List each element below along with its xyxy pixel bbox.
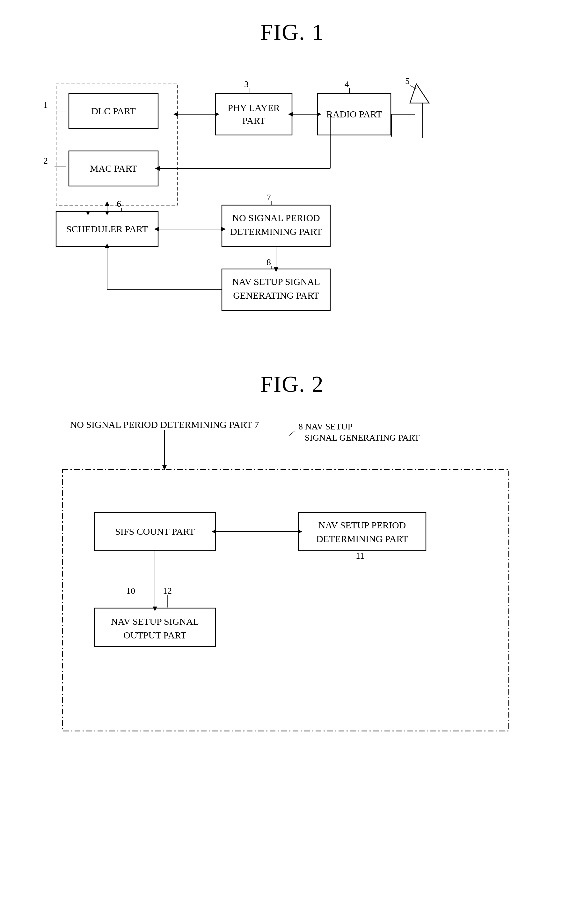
fig2-no-signal-label: NO SIGNAL PERIOD DETERMINING PART 7 [70, 419, 259, 430]
dlc-part-label: DLC PART [91, 106, 136, 116]
ref10-label: 10 [126, 586, 135, 596]
ref6-label: 6 [117, 199, 121, 209]
ref1-label: 1 [43, 100, 48, 110]
nav-setup-period-label2: DETERMINING PART [316, 533, 408, 544]
fig2-ref8-label: 8 NAV SETUP [298, 421, 352, 431]
svg-rect-55 [94, 608, 216, 647]
svg-marker-14 [173, 112, 178, 116]
svg-rect-34 [222, 269, 330, 310]
nav-setup-period-label: NAV SETUP PERIOD [319, 520, 406, 530]
nav-setup-gen-label: NAV SETUP SIGNAL [232, 276, 320, 287]
ref5-label: 5 [405, 76, 410, 86]
phy-layer-label2: PART [242, 115, 265, 126]
radio-part-label: RADIO PART [326, 109, 382, 119]
nav-setup-output-label: NAV SETUP SIGNAL [111, 616, 199, 627]
fig1-title: FIG. 1 [260, 19, 324, 46]
phy-layer-label: PHY LAYER [228, 102, 280, 113]
mac-part-label: MAC PART [90, 163, 137, 173]
page: FIG. 1 DLC PART MAC PART 1 2 PHY LAYER P… [0, 0, 584, 806]
ref11-label: 11 [356, 551, 364, 561]
svg-rect-5 [216, 94, 292, 135]
nav-setup-gen-label2: GENERATING PART [233, 290, 319, 300]
svg-rect-48 [63, 469, 509, 731]
fig2-diagram: NO SIGNAL PERIOD DETERMINING PART 7 8 NA… [26, 410, 558, 761]
fig2-ref8-sublabel: SIGNAL GENERATING PART [305, 433, 419, 442]
fig2-title: FIG. 2 [260, 371, 324, 398]
ref2-label: 2 [43, 156, 48, 166]
ref8-label: 8 [267, 257, 271, 267]
ref4-label: 4 [345, 79, 349, 89]
scheduler-part-label: SCHEDULER PART [66, 224, 148, 234]
sifs-count-label: SIFS COUNT PART [115, 526, 195, 537]
nav-setup-output-label2: OUTPUT PART [123, 630, 186, 640]
no-signal-period-label: NO SIGNAL PERIOD [232, 213, 320, 223]
svg-marker-25 [105, 201, 109, 206]
fig1-diagram: DLC PART MAC PART 1 2 PHY LAYER PART 3 R… [26, 58, 558, 346]
ref12-label: 12 [163, 586, 172, 596]
svg-rect-50 [298, 512, 426, 551]
ref7-label: 7 [267, 192, 271, 202]
ref3-label: 3 [244, 79, 248, 89]
svg-rect-29 [222, 205, 330, 247]
no-signal-period-label2: DETERMINING PART [230, 226, 322, 237]
svg-line-47 [289, 431, 294, 436]
